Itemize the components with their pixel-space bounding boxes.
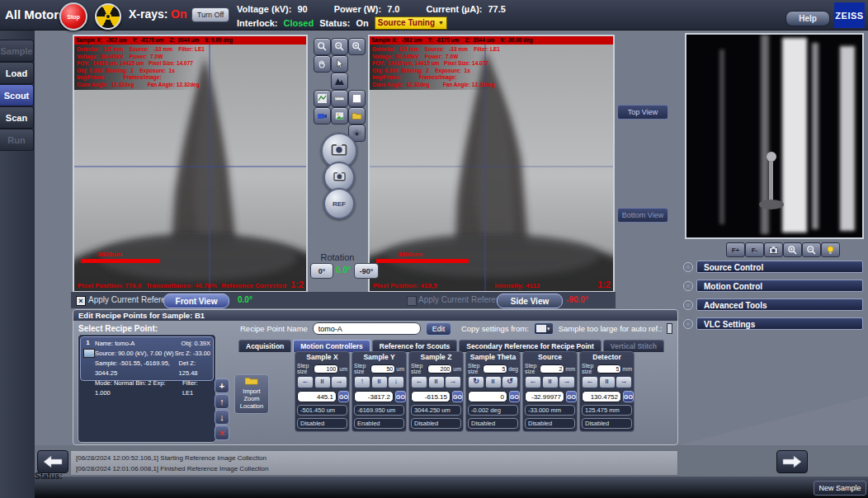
image-footer: Pixel Position: 776,0 Transmittance: 46.… — [78, 280, 304, 289]
histogram-button[interactable] — [331, 73, 348, 90]
jog-back-button[interactable]: ↑ — [354, 376, 370, 388]
video-camera-button[interactable] — [314, 107, 331, 124]
front-view-image-panel[interactable]: Sample X: -502 um Y: -6170 um Z: 3044 um… — [73, 35, 308, 293]
accordion-radio[interactable] — [683, 281, 693, 291]
accordion-source-control[interactable]: Source Control — [696, 261, 863, 273]
stop-all-motors-button[interactable]: Stop — [59, 2, 87, 31]
tab-acquisition[interactable]: Acquisition — [238, 340, 291, 352]
top-view-button[interactable]: Top View — [617, 105, 668, 120]
source-mode-select[interactable]: Source Tuning▼ — [375, 16, 447, 30]
too-large-checkbox[interactable] — [667, 323, 672, 334]
recipe-point-list[interactable]: 1 Name: tomo-AObj: 0.39XSource: 90.00 (k… — [78, 334, 216, 443]
step-size-input[interactable] — [597, 364, 621, 374]
target-position-input[interactable] — [468, 391, 507, 402]
zoom-out-button[interactable] — [802, 242, 821, 257]
current-position-readout: 125.475 mm — [582, 405, 632, 416]
jog-back-button[interactable]: ← — [582, 376, 598, 388]
jog-forward-button[interactable]: ↺ — [502, 376, 518, 388]
jog-forward-button[interactable]: → — [616, 376, 632, 388]
select-cursor-button[interactable] — [331, 55, 348, 73]
side-view-button[interactable]: Side View — [497, 294, 563, 308]
recipe-point-item[interactable]: 1 Name: tomo-AObj: 0.39XSource: 90.00 (k… — [80, 336, 214, 381]
bottom-view-button[interactable]: Bottom View — [617, 208, 668, 223]
reference-button[interactable]: REF — [323, 188, 355, 219]
camera-button[interactable] — [764, 242, 783, 257]
tab-secondary-reference-for-recipe-point[interactable]: Secondary Reference for Recipe Point — [459, 340, 601, 352]
add-recipe-point-button[interactable]: + — [215, 378, 229, 393]
line-profile-button[interactable] — [314, 90, 331, 107]
copy-settings-dropdown[interactable]: ▼ — [534, 322, 554, 335]
focus-minus-button[interactable]: F- — [745, 242, 764, 257]
jog-back-button[interactable]: ← — [411, 376, 427, 388]
next-step-button[interactable] — [776, 450, 808, 473]
open-folder-button[interactable] — [348, 107, 366, 124]
light-button[interactable] — [821, 242, 840, 257]
new-sample-button[interactable]: New Sample — [814, 481, 866, 496]
jog-forward-button[interactable]: → — [331, 376, 347, 388]
accordion-radio[interactable] — [683, 319, 693, 329]
go-button[interactable]: GO — [338, 391, 349, 402]
step-size-input[interactable] — [314, 364, 338, 374]
help-button[interactable]: Help — [785, 11, 830, 26]
accordion-vlc-settings[interactable]: VLC Settings — [696, 317, 863, 330]
accordion-radio[interactable] — [683, 300, 693, 310]
sidebar-tab-load[interactable]: Load — [0, 62, 34, 84]
go-button[interactable]: GO — [395, 391, 406, 402]
zoom-in-button[interactable] — [783, 242, 802, 257]
jog-back-button[interactable]: ↻ — [468, 376, 484, 388]
step-size-input[interactable] — [427, 364, 452, 374]
step-size-input[interactable] — [483, 364, 507, 374]
delete-recipe-point-button[interactable]: × — [215, 425, 229, 440]
target-position-input[interactable] — [354, 391, 394, 402]
pan-button[interactable] — [314, 55, 331, 73]
turn-off-button[interactable]: Turn Off — [191, 7, 229, 22]
sidebar-tab-scan[interactable]: Scan — [0, 106, 34, 129]
focus-plus-button[interactable]: F+ — [726, 242, 745, 257]
jog-stop-button[interactable]: II — [314, 376, 331, 388]
jog-stop-button[interactable]: II — [428, 376, 445, 388]
zoom-in-button[interactable] — [348, 38, 366, 55]
jog-forward-button[interactable]: ↓ — [388, 376, 404, 388]
step-size-input[interactable] — [370, 364, 395, 374]
jog-forward-button[interactable]: → — [445, 376, 461, 388]
move-up-button[interactable]: ↑ — [215, 394, 229, 409]
jog-stop-button[interactable]: II — [542, 376, 559, 388]
go-button[interactable]: GO — [452, 391, 463, 402]
region-select-button[interactable] — [348, 90, 366, 107]
ruler-button[interactable] — [331, 90, 348, 107]
side-view-image-panel[interactable]: Sample X: -502 um Y: -6170 um Z: 3044 um… — [368, 35, 615, 293]
previous-step-button[interactable] — [37, 450, 68, 473]
front-view-button[interactable]: Front View — [163, 294, 229, 308]
edit-button[interactable]: Edit — [426, 322, 451, 336]
rotate-minus90-button[interactable]: -90° — [354, 263, 379, 279]
sidebar-tab-scout[interactable]: Scout — [0, 84, 34, 106]
target-position-input[interactable] — [525, 391, 564, 402]
import-zoom-location-button[interactable]: ImportZoomLocation — [234, 374, 269, 414]
go-button[interactable]: GO — [566, 391, 577, 402]
target-position-input[interactable] — [297, 391, 337, 402]
tab-motion-controllers[interactable]: Motion Controllers — [293, 340, 370, 352]
tab-reference-for-scouts[interactable]: Reference for Scouts — [372, 340, 458, 352]
jog-back-button[interactable]: ← — [525, 376, 541, 388]
target-position-input[interactable] — [582, 391, 621, 402]
move-down-button[interactable]: ↓ — [215, 410, 229, 425]
go-button[interactable]: GO — [623, 391, 634, 402]
target-position-input[interactable] — [411, 391, 451, 402]
step-size-input[interactable] — [540, 364, 564, 374]
jog-stop-button[interactable]: II — [371, 376, 388, 388]
zoom-reset-button[interactable] — [314, 38, 331, 55]
accordion-advanced-tools[interactable]: Advanced Tools — [696, 298, 863, 311]
jog-forward-button[interactable]: → — [559, 376, 575, 388]
jog-stop-button[interactable]: II — [485, 376, 502, 388]
go-button[interactable]: GO — [509, 391, 520, 402]
jog-stop-button[interactable]: II — [599, 376, 616, 388]
zoom-out-button[interactable] — [331, 38, 348, 55]
accordion-motion-control[interactable]: Motion Control — [696, 280, 863, 292]
jog-back-button[interactable]: ← — [297, 376, 314, 388]
controller-sample-y: Sample YStep sizeum↑II↓GO-6169.950 umEna… — [351, 351, 407, 432]
apply-reference-checkbox-left[interactable]: × — [76, 296, 86, 306]
save-image-button[interactable] — [331, 107, 348, 124]
accordion-radio[interactable] — [683, 262, 693, 272]
rotate-0-button[interactable]: 0° — [310, 263, 333, 279]
recipe-point-name-input[interactable] — [313, 322, 421, 335]
